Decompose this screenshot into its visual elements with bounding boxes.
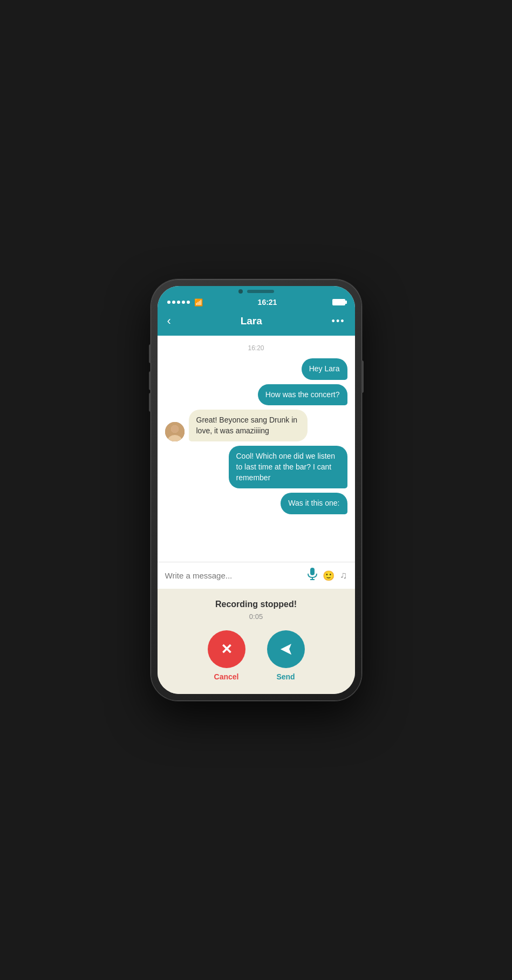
send-button[interactable]: [267, 630, 305, 668]
cancel-button-wrap[interactable]: ✕ Cancel: [208, 630, 245, 681]
chat-area: 16:20 Hey Lara How was the concert?: [158, 336, 355, 562]
signal-dot-2: [172, 301, 175, 304]
status-right: [332, 299, 345, 305]
signal-dot-4: [182, 301, 185, 304]
send-icon: [278, 642, 293, 657]
status-left: 📶: [167, 298, 203, 307]
message-row-5: Was it this one:: [165, 493, 347, 514]
phone-device: 📶 16:21 ‹ Lara ••• 16:20 Hey Lara: [151, 280, 361, 700]
recording-status-text: Recording stopped!: [215, 600, 297, 609]
more-options-button[interactable]: •••: [332, 316, 345, 327]
message-row-3: Great! Beyonce sang Drunk in love, it wa…: [165, 410, 347, 441]
microphone-icon[interactable]: [308, 568, 317, 583]
chat-timestamp: 16:20: [165, 344, 347, 352]
x-icon: ✕: [221, 642, 233, 656]
signal-bars: [167, 301, 190, 304]
signal-dot-5: [187, 301, 190, 304]
music-icon[interactable]: ♫: [340, 570, 347, 581]
message-text-3: Great! Beyonce sang Drunk in love, it wa…: [196, 416, 298, 435]
nav-title: Lara: [241, 315, 262, 327]
wifi-icon: 📶: [194, 298, 203, 307]
svg-rect-4: [310, 568, 315, 575]
recording-buttons: ✕ Cancel Send: [208, 630, 305, 681]
cancel-label: Cancel: [214, 672, 239, 681]
input-area: 🙂 ♫: [158, 562, 355, 589]
message-text-2: How was the concert?: [265, 390, 340, 399]
back-button[interactable]: ‹: [167, 314, 171, 328]
avatar-svg: [165, 422, 185, 441]
signal-dot-1: [167, 301, 170, 304]
cancel-button[interactable]: ✕: [208, 630, 245, 668]
nav-bar: ‹ Lara •••: [158, 309, 355, 336]
phone-screen: 📶 16:21 ‹ Lara ••• 16:20 Hey Lara: [158, 286, 355, 694]
send-button-wrap[interactable]: Send: [267, 630, 305, 681]
message-input[interactable]: [165, 571, 303, 580]
message-row-2: How was the concert?: [165, 384, 347, 406]
camera-area: [238, 289, 274, 294]
mic-svg: [308, 568, 317, 581]
message-text-4: Cool! Which one did we listen to last ti…: [236, 452, 336, 481]
message-bubble-4: Cool! Which one did we listen to last ti…: [229, 446, 347, 488]
avatar-image: [165, 422, 185, 441]
message-bubble-2: How was the concert?: [258, 384, 347, 406]
message-text-5: Was it this one:: [288, 499, 339, 507]
message-row-1: Hey Lara: [165, 358, 347, 380]
message-text-1: Hey Lara: [309, 364, 340, 373]
status-time: 16:21: [258, 298, 277, 307]
status-bar: 📶 16:21: [158, 296, 355, 309]
signal-dot-3: [177, 301, 180, 304]
battery-icon: [332, 299, 345, 305]
recording-time: 0:05: [249, 612, 263, 621]
message-bubble-1: Hey Lara: [302, 358, 347, 380]
svg-point-3: [171, 425, 179, 433]
camera-icon: [238, 289, 243, 294]
svg-marker-8: [281, 649, 291, 655]
message-row-4: Cool! Which one did we listen to last ti…: [165, 446, 347, 488]
battery-fill: [333, 300, 344, 304]
send-label: Send: [276, 672, 295, 681]
speaker-grill: [247, 290, 274, 293]
message-bubble-5: Was it this one:: [281, 493, 347, 514]
phone-top-bar: [158, 286, 355, 296]
recording-panel: Recording stopped! 0:05 ✕ Cancel: [158, 589, 355, 694]
message-bubble-3: Great! Beyonce sang Drunk in love, it wa…: [189, 410, 308, 441]
emoji-icon[interactable]: 🙂: [323, 570, 334, 582]
avatar: [165, 422, 185, 441]
